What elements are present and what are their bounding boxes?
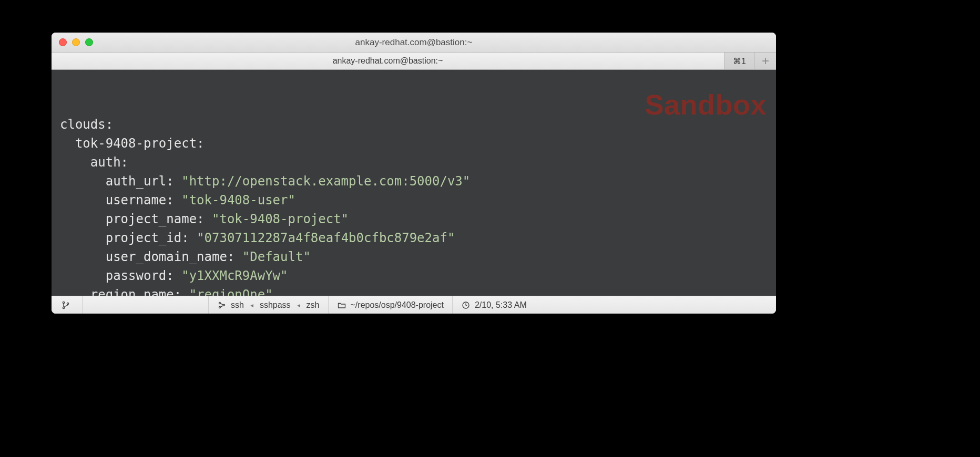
svg-point-2 — [67, 303, 68, 304]
chevron-left-icon: ◂ — [248, 302, 256, 309]
svg-point-0 — [63, 302, 64, 303]
term-line: password: "y1XXMcR9AwYw" — [60, 268, 288, 283]
tab-label: ankay-redhat.com@bastion:~ — [333, 56, 443, 66]
terminal-viewport[interactable]: Sandbox clouds: tok-9408-project: auth: … — [52, 70, 776, 296]
terminal-window: ankay-redhat.com@bastion:~ ankay-redhat.… — [52, 33, 776, 314]
status-proc-1: ssh — [231, 300, 244, 310]
term-line: tok-9408-project: — [60, 136, 205, 151]
new-tab-button[interactable]: + — [755, 53, 776, 69]
window-title: ankay-redhat.com@bastion:~ — [52, 37, 776, 48]
term-line: user_domain_name: "Default" — [60, 250, 311, 264]
minimize-window-button[interactable] — [72, 38, 80, 46]
close-window-button[interactable] — [59, 38, 67, 46]
zoom-window-button[interactable] — [85, 38, 93, 46]
term-line: clouds: — [60, 117, 113, 132]
status-process[interactable]: ssh ◂ sshpass ◂ zsh — [209, 296, 329, 314]
status-proc-3: zsh — [307, 300, 320, 310]
plus-icon: + — [762, 54, 769, 68]
tab-shortcut: ⌘1 — [724, 53, 755, 69]
svg-point-1 — [63, 307, 64, 308]
svg-point-3 — [219, 302, 221, 304]
tab-active[interactable]: ankay-redhat.com@bastion:~ — [52, 53, 724, 69]
status-path[interactable]: ~/repos/osp/9408-project — [329, 296, 453, 314]
term-line: auth_url: "http://openstack.example.com:… — [60, 174, 470, 189]
clock-icon — [461, 300, 471, 310]
tab-bar: ankay-redhat.com@bastion:~ ⌘1 + — [52, 53, 776, 70]
window-titlebar[interactable]: ankay-redhat.com@bastion:~ — [52, 33, 776, 53]
git-branch-icon — [61, 300, 70, 310]
status-proc-2: sshpass — [260, 300, 291, 310]
status-bar: ssh ◂ sshpass ◂ zsh ~/repos/osp/9408-pro… — [52, 296, 776, 314]
svg-point-4 — [219, 306, 221, 308]
chevron-left-icon: ◂ — [295, 302, 302, 309]
folder-icon — [337, 300, 346, 310]
term-line: region_name: "regionOne" — [60, 287, 273, 296]
term-line: auth: — [60, 155, 128, 170]
status-branch[interactable] — [52, 296, 83, 314]
status-path-text: ~/repos/osp/9408-project — [351, 300, 444, 310]
term-line: project_id: "07307112287a4f8eaf4b0cfbc87… — [60, 231, 455, 245]
term-line: project_name: "tok-9408-project" — [60, 212, 349, 226]
sandbox-watermark: Sandbox — [645, 95, 767, 114]
status-time-text: 2/10, 5:33 AM — [475, 300, 527, 310]
window-controls — [52, 38, 93, 46]
status-time[interactable]: 2/10, 5:33 AM — [453, 296, 535, 314]
svg-point-5 — [223, 304, 225, 306]
tab-shortcut-label: ⌘1 — [733, 56, 746, 66]
status-spacer — [83, 296, 209, 314]
term-line: username: "tok-9408-user" — [60, 193, 295, 207]
process-icon — [217, 300, 227, 310]
